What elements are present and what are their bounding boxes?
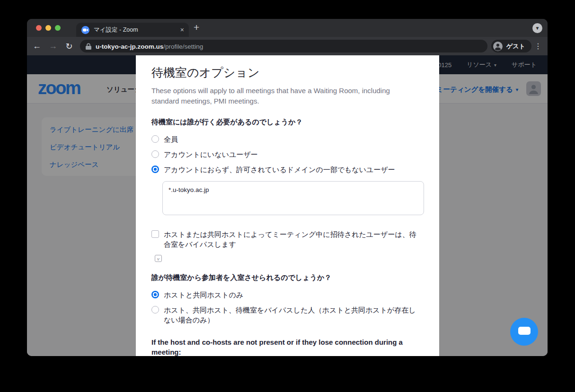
- waiting-room-options-modal: 待機室のオプション These options will apply to al…: [136, 55, 439, 356]
- radio-label: アカウントにいないユーザー: [164, 149, 258, 159]
- tab-title: マイ設定 - Zoom: [94, 26, 176, 34]
- zoom-favicon-icon: [81, 26, 89, 34]
- allowed-domains-input[interactable]: *.u-tokyo.ac.jp: [162, 181, 424, 215]
- radio-option-host-cohosts-and-bypassers[interactable]: ホスト、共同ホスト、待機室をバイパスした人（ホストと共同ホストが存在しない場合の…: [151, 305, 424, 325]
- radio-label: アカウントにおらず、許可されているドメインの一部でもないユーザー: [164, 165, 395, 174]
- checkbox-icon[interactable]: [151, 230, 159, 238]
- radio-option-everyone[interactable]: 全員: [151, 134, 424, 144]
- radio-icon[interactable]: [151, 306, 159, 314]
- radio-option-users-not-in-account-or-domains[interactable]: アカウントにおらず、許可されているドメインの一部でもないユーザー: [151, 165, 424, 174]
- profile-chip[interactable]: ゲスト: [491, 40, 531, 52]
- chat-bubble-icon: [518, 327, 531, 335]
- question-who-can-admit: 誰が待機室から参加者を入室させられるのでしょうか？: [151, 272, 424, 282]
- modal-title: 待機室のオプション: [151, 66, 424, 79]
- back-button[interactable]: ←: [31, 41, 43, 51]
- modal-description: These options will apply to all meetings…: [151, 86, 409, 106]
- question-who-goes-to-waiting-room: 待機室には誰が行く必要があるのでしょうか？: [151, 117, 424, 127]
- url-host: u-tokyo-ac-jp.zoom.us: [96, 43, 163, 50]
- minimize-window-button[interactable]: [45, 25, 51, 31]
- radio-label: 全員: [164, 134, 178, 144]
- browser-toolbar: ← → ↻ u-tokyo-ac-jp.zoom.us/profile/sett…: [27, 37, 548, 55]
- radio-label: ホストと共同ホストのみ: [164, 290, 243, 300]
- question-host-not-present: If the host and co-hosts are not present…: [151, 337, 424, 356]
- reload-button[interactable]: ↻: [63, 41, 75, 52]
- profile-label: ゲスト: [506, 42, 525, 51]
- tab-strip: マイ設定 - Zoom × + ▼: [27, 19, 548, 37]
- v-badge-icon: v: [155, 255, 162, 262]
- guest-avatar-icon: [493, 42, 503, 51]
- forward-button[interactable]: →: [47, 41, 59, 51]
- lock-icon: [86, 43, 91, 50]
- radio-option-users-not-in-account[interactable]: アカウントにいないユーザー: [151, 149, 424, 159]
- radio-option-host-and-cohosts-only[interactable]: ホストと共同ホストのみ: [151, 290, 424, 300]
- address-bar[interactable]: u-tokyo-ac-jp.zoom.us/profile/setting: [80, 40, 487, 52]
- browser-menu-icon[interactable]: ⋮: [532, 42, 544, 51]
- desktop: マイ設定 - Zoom × + ▼ ← → ↻ u-tokyo-ac-jp.zo…: [0, 0, 575, 392]
- url-text: u-tokyo-ac-jp.zoom.us/profile/setting: [96, 42, 203, 51]
- checkbox-label: ホストまたは共同ホストによってミーティング中に招待されたユーザーは、待合室をバイ…: [164, 229, 422, 249]
- browser-tab[interactable]: マイ設定 - Zoom ×: [76, 23, 189, 37]
- browser-window: マイ設定 - Zoom × + ▼ ← → ↻ u-tokyo-ac-jp.zo…: [27, 19, 548, 356]
- radio-icon[interactable]: [151, 150, 159, 158]
- radio-icon-selected[interactable]: [151, 291, 159, 298]
- close-window-button[interactable]: [36, 25, 42, 31]
- fullscreen-window-button[interactable]: [55, 25, 61, 31]
- chat-support-button[interactable]: [510, 318, 538, 346]
- radio-label: ホスト、共同ホスト、待機室をバイパスした人（ホストと共同ホストが存在しない場合の…: [164, 305, 422, 325]
- url-path: /profile/setting: [163, 43, 203, 50]
- new-tab-button[interactable]: +: [194, 22, 199, 33]
- radio-icon[interactable]: [151, 135, 159, 143]
- radio-icon-selected[interactable]: [151, 166, 159, 173]
- window-controls: [36, 25, 61, 31]
- page-viewport: 88.799.0125 リソース ▾ サポート zoom ソリューション ミーテ…: [27, 55, 548, 356]
- checkbox-option-bypass-invited-users[interactable]: ホストまたは共同ホストによってミーティング中に招待されたユーザーは、待合室をバイ…: [151, 229, 424, 249]
- search-tabs-button[interactable]: ▼: [532, 23, 542, 33]
- close-tab-icon[interactable]: ×: [180, 26, 184, 33]
